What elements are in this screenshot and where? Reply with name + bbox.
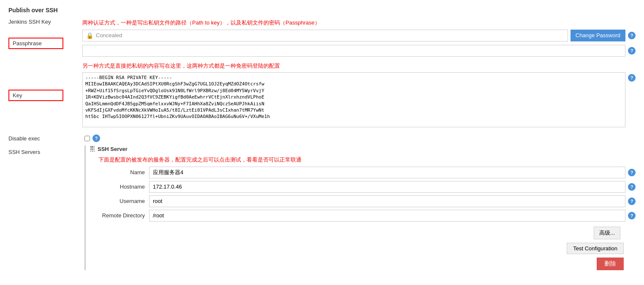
delete-button[interactable]: 删除	[597, 258, 624, 270]
username-help-icon[interactable]: ?	[628, 197, 636, 205]
key-textarea[interactable]: -----BEGIN RSA PRIVATE KEY----- MIIEowIB…	[82, 72, 625, 127]
lock-icon: 🔒	[86, 32, 93, 39]
passphrase-concealed: Concealed	[96, 32, 122, 38]
name-help-icon[interactable]: ?	[628, 169, 636, 176]
annotation-1: 两种认证方式，一种是写出私钥文件的路径（Path to key），以及私钥文件的…	[82, 19, 636, 27]
name-input[interactable]	[149, 167, 625, 178]
drag-handle[interactable]: ⠿	[90, 145, 95, 152]
change-password-button[interactable]: Change Password	[571, 30, 625, 41]
annotation-3: 下面是配置的被发布的服务器，配置完成之后可以点击测试，看看是否可以正常联通	[98, 156, 636, 164]
remote-dir-input[interactable]	[149, 210, 625, 222]
key-label-box: Key	[8, 90, 63, 101]
annotation-2: 另一种方式是直接把私钥的内容写在这里，这两种方式都是一种免密码登陆的配置	[82, 62, 636, 70]
disable-exec-help-icon[interactable]: ?	[92, 134, 100, 142]
path-to-key-input[interactable]	[82, 45, 625, 57]
advanced-button[interactable]: 高级...	[594, 227, 620, 239]
hostname-input[interactable]	[149, 181, 625, 193]
passphrase-label-box: Passphrase	[8, 38, 63, 49]
username-input[interactable]	[149, 195, 625, 207]
key-help-icon[interactable]: ?	[628, 74, 636, 82]
hostname-label: Hostname	[98, 184, 149, 190]
username-label: Username	[98, 198, 149, 204]
name-label: Name	[98, 169, 149, 175]
disable-exec-label: Disable exec	[8, 135, 84, 142]
page-title: Publish over SSH	[8, 4, 636, 14]
page-container: Publish over SSH Jenkins SSH Key Passphr…	[0, 0, 644, 285]
ssh-server-title: SSH Server	[98, 146, 128, 152]
test-configuration-button[interactable]: Test Configuration	[567, 243, 624, 254]
disable-exec-checkbox[interactable]	[84, 136, 90, 141]
path-to-key-help-icon[interactable]: ?	[628, 47, 636, 55]
ssh-servers-label: SSH Servers	[8, 145, 84, 270]
remote-dir-label: Remote Directory	[98, 212, 149, 219]
passphrase-help-icon[interactable]: ?	[628, 32, 636, 39]
remote-dir-help-icon[interactable]: ?	[628, 212, 636, 219]
jenkins-ssh-key-label: Jenkins SSH Key	[8, 19, 82, 25]
hostname-help-icon[interactable]: ?	[628, 183, 636, 191]
